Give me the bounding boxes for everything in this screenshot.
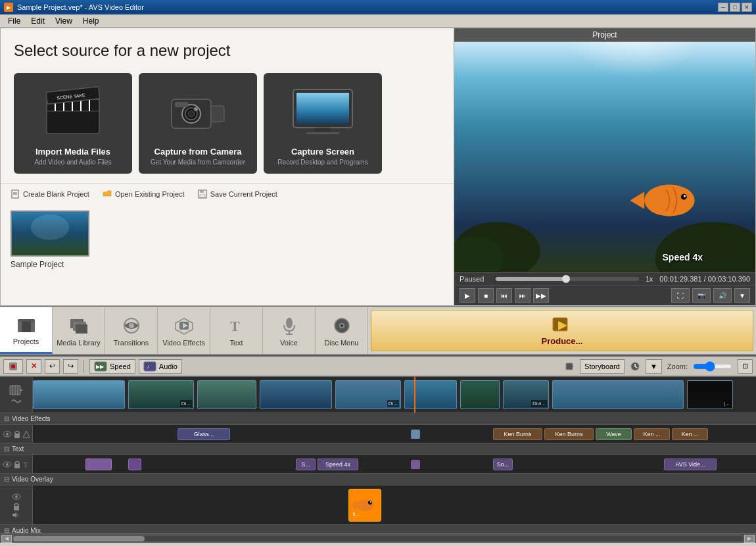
audio-track-icon-small — [11, 397, 22, 405]
collapse-effects-icon[interactable]: ⊟ — [4, 415, 9, 422]
tab-projects[interactable]: Projects — [0, 307, 53, 354]
audio-text: Audio — [159, 362, 177, 370]
progress-handle[interactable] — [562, 275, 570, 283]
project-name: Sample Project — [11, 260, 64, 269]
svg-marker-88 — [352, 500, 356, 510]
timeline-scrollbar[interactable]: ◀ ▶ — [0, 534, 756, 543]
tab-disc-menu[interactable]: Disc Menu — [316, 307, 368, 354]
capture-camera-option[interactable]: Capture from Camera Get Your Media from … — [139, 73, 257, 174]
project-thumbnail — [11, 211, 89, 257]
tab-media-library[interactable]: Media Library — [53, 307, 105, 354]
snapshot-button[interactable]: 📷 — [692, 288, 711, 303]
menu-edit[interactable]: Edit — [26, 15, 50, 27]
glass-effect-badge[interactable]: Glass... — [177, 428, 230, 440]
scroll-left-button[interactable]: ◀ — [1, 535, 12, 543]
expand-button[interactable]: ▼ — [734, 288, 750, 303]
next-frame-button[interactable]: ⏭ — [515, 288, 531, 303]
text-section-label: Text — [12, 445, 24, 453]
clapper-icon: SCENE TAKE — [43, 86, 103, 136]
capture-screen-option[interactable]: Capture Screen Record Desktop and Progra… — [264, 73, 382, 174]
audio-button[interactable]: ♪ Audio — [139, 359, 182, 374]
video-clip-4[interactable] — [260, 380, 332, 409]
ken-burns-badge-2[interactable]: Ken Burns — [544, 428, 594, 440]
step-forward-button[interactable]: ▶▶ — [533, 288, 549, 303]
zoom-slider[interactable] — [693, 362, 732, 370]
tab-video-effects[interactable]: Video Effects — [158, 307, 210, 354]
open-existing-link[interactable]: Open Existing Project — [103, 189, 185, 199]
scroll-thumb[interactable] — [13, 536, 145, 541]
scroll-track[interactable] — [13, 536, 743, 541]
menu-view[interactable]: View — [50, 15, 78, 27]
thumbnail-image — [12, 211, 88, 257]
maximize-button[interactable]: □ — [730, 3, 740, 12]
create-blank-link[interactable]: Create Blank Project — [11, 189, 89, 199]
save-current-link[interactable]: Save Current Project — [198, 189, 277, 199]
video-clip-8[interactable]: Divi... — [503, 380, 549, 409]
collapse-text-icon[interactable]: ⊟ — [4, 445, 9, 453]
storyboard-button[interactable]: Storyboard — [580, 359, 625, 374]
create-blank-label: Create Blank Project — [23, 190, 89, 198]
video-clip-10[interactable]: (... — [687, 380, 733, 409]
view-toggle[interactable]: ▼ — [646, 359, 662, 374]
video-clip-3[interactable] — [197, 380, 256, 409]
volume-button[interactable]: 🔊 — [713, 288, 732, 303]
open-existing-label: Open Existing Project — [115, 190, 185, 198]
text-icon: T — [226, 315, 247, 336]
text-badge-avs[interactable]: AVS Vide... — [664, 459, 717, 470]
import-media-option[interactable]: SCENE TAKE Import Media Files Add Video … — [14, 73, 132, 174]
import-label: Import Media Files — [35, 147, 110, 157]
video-clip-5[interactable]: Di... — [335, 380, 401, 409]
scroll-right-button[interactable]: ▶ — [744, 535, 755, 543]
tab-transitions[interactable]: Transitions — [105, 307, 158, 354]
text-badge-0[interactable] — [85, 459, 112, 470]
menu-file[interactable]: File — [3, 15, 26, 27]
video-clip-9[interactable] — [552, 380, 684, 409]
video-track-content[interactable]: Di... Di... Divi... (... — [33, 377, 756, 412]
save-icon — [198, 189, 207, 199]
minimize-button[interactable]: ─ — [718, 3, 728, 12]
ken-badge-3[interactable]: Ken ... — [634, 428, 670, 440]
text-badge-so[interactable]: So... — [493, 459, 513, 470]
wave-badge[interactable]: Wave — [596, 428, 632, 440]
menu-help[interactable]: Help — [78, 15, 105, 27]
collapse-overlay-icon[interactable]: ⊟ — [4, 476, 9, 483]
text-badge-1[interactable] — [128, 459, 141, 470]
video-effects-icon — [174, 315, 195, 336]
delete-button[interactable]: ✕ — [26, 359, 41, 374]
video-icon — [565, 362, 575, 371]
ken-badge-4[interactable]: Ken ... — [672, 428, 708, 440]
close-button[interactable]: ✕ — [742, 3, 752, 12]
text-badge-s[interactable]: S... — [296, 459, 316, 470]
video-clip-7[interactable] — [460, 380, 500, 409]
recent-project-item[interactable]: Sample Project — [11, 211, 444, 269]
record-button[interactable] — [3, 359, 23, 374]
zoom-fit-button[interactable]: ⊡ — [738, 359, 753, 374]
redo-button[interactable]: ↪ — [63, 359, 78, 374]
preview-progress-bar[interactable] — [496, 277, 639, 281]
tab-voice[interactable]: Voice — [263, 307, 316, 354]
media-library-icon — [68, 315, 89, 336]
tab-text[interactable]: T Text — [210, 307, 263, 354]
collapse-audio-icon[interactable]: ⊟ — [4, 527, 9, 534]
video-clip-2[interactable]: Di... — [128, 380, 194, 409]
prev-frame-button[interactable]: ⏮ — [496, 288, 512, 303]
camera-icon — [168, 86, 227, 136]
undo-button[interactable]: ↩ — [45, 359, 60, 374]
timeline-toolbar: ✕ ↩ ↪ ▶▶ Speed ♪ Audio Storyboard ▼ Zoom… — [0, 357, 756, 376]
svg-rect-20 — [306, 132, 339, 134]
ken-burns-badge-1[interactable]: Ken Burns — [493, 428, 542, 440]
camera-label: Capture from Camera — [154, 147, 242, 157]
title-bar-controls[interactable]: ─ □ ✕ — [718, 3, 752, 12]
svg-point-45 — [129, 323, 134, 328]
speed-button[interactable]: ▶▶ Speed — [89, 359, 135, 374]
svg-point-90 — [370, 501, 371, 503]
stop-button[interactable]: ■ — [478, 288, 494, 303]
effects-track-row: Glass... Ken Burns Ken Burns Wave Ken ..… — [0, 425, 756, 443]
play-button[interactable]: ▶ — [460, 288, 475, 303]
video-clip-1[interactable] — [33, 380, 125, 409]
fullscreen-button[interactable]: ⛶ — [671, 288, 690, 303]
produce-button[interactable]: Produce... — [371, 310, 753, 351]
text-badge-speed[interactable]: Speed 4x — [318, 459, 358, 470]
video-clip-6[interactable] — [404, 380, 457, 409]
fish-overlay-clip[interactable]: fi... — [348, 489, 381, 522]
